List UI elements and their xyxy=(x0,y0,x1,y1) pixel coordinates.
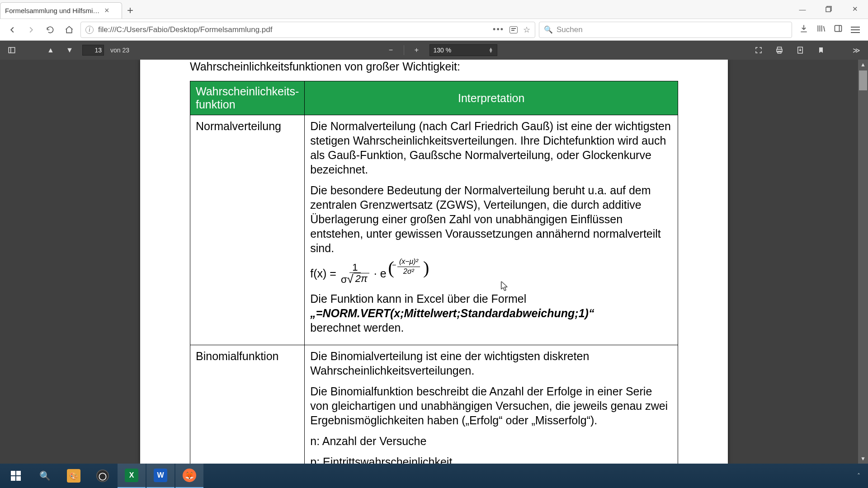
sidebar-icon[interactable] xyxy=(834,24,843,35)
paragraph: Die besondere Bedeutung der Normalvertei… xyxy=(310,183,672,255)
close-tab-icon[interactable]: × xyxy=(104,6,109,15)
new-tab-button[interactable]: + xyxy=(122,2,138,19)
back-button[interactable] xyxy=(5,22,20,38)
chevron-updown-icon: ▲▼ xyxy=(489,47,493,53)
svg-rect-2 xyxy=(835,25,842,31)
table-row: Normalverteilung Die Normalverteilung (n… xyxy=(190,115,678,345)
taskbar-app-paint[interactable]: 🎨 xyxy=(60,464,88,488)
cell-interp-normal: Die Normalverteilung (nach Carl Friedric… xyxy=(305,115,678,345)
url-text: file:///C:/Users/Fabio/Desktop/Formelsam… xyxy=(98,25,488,34)
download-icon[interactable] xyxy=(794,44,807,56)
bookmark-star-icon[interactable]: ☆ xyxy=(523,25,530,35)
formula-normal-pdf: f(x) = 1σ√2π · e ( −(x−μ)²2σ² ) xyxy=(310,262,672,285)
page-count-label: von 23 xyxy=(110,47,129,54)
window-minimize-button[interactable]: ― xyxy=(789,0,816,19)
th-function: Wahrscheinlichkeits-funktion xyxy=(190,81,305,115)
fullscreen-icon[interactable] xyxy=(752,44,765,56)
browser-tab[interactable]: Formelsammlung und Hilfsmittel St × xyxy=(0,2,122,19)
pdf-viewport[interactable]: Im Rahmen der stetigen und diskreten sin… xyxy=(0,60,868,464)
search-bar[interactable]: 🔍 Suchen xyxy=(539,22,792,38)
downloads-icon[interactable] xyxy=(799,24,808,35)
th-interpretation: Interpretation xyxy=(305,81,678,115)
page-number-input[interactable] xyxy=(82,45,104,56)
scroll-down-icon[interactable]: ▼ xyxy=(858,454,868,464)
print-icon[interactable] xyxy=(773,44,786,56)
intro-line-2: Wahrscheinlichkeitsfunktionen von großer… xyxy=(190,60,678,74)
taskbar-app-firefox[interactable]: 🦊 xyxy=(175,464,203,488)
cell-interp-binom: Die Binomialverteilung ist eine der wich… xyxy=(305,345,678,464)
browser-navbar: i file:///C:/Users/Fabio/Desktop/Formels… xyxy=(0,19,868,41)
taskbar-app-obs[interactable]: ◯ xyxy=(89,464,117,488)
paragraph: Die Binomialfunktion beschreibt die Anza… xyxy=(310,384,672,427)
page-actions-icon[interactable]: ••• xyxy=(493,25,504,34)
page-up-button[interactable]: ▲ xyxy=(44,44,57,56)
browser-tabstrip: Formelsammlung und Hilfsmittel St × + ― … xyxy=(0,0,868,19)
zoom-value: 130 % xyxy=(434,47,452,54)
toolbar-right xyxy=(796,24,863,35)
taskbar-app-word[interactable]: W xyxy=(146,464,175,488)
svg-rect-3 xyxy=(9,47,15,53)
zoom-in-button[interactable]: + xyxy=(410,44,423,56)
distribution-table: Wahrscheinlichkeits-funktion Interpretat… xyxy=(190,81,678,464)
window-close-button[interactable]: ✕ xyxy=(842,0,868,19)
paragraph: Die Normalverteilung (nach Carl Friedric… xyxy=(310,119,672,177)
svg-rect-1 xyxy=(826,7,830,12)
forward-button[interactable] xyxy=(24,22,39,38)
taskbar-app-excel[interactable]: X xyxy=(118,464,146,488)
url-actions: ••• ☆ xyxy=(493,25,530,35)
cell-name-binom: Binomialfunktion xyxy=(190,345,305,464)
zoom-out-button[interactable]: − xyxy=(385,44,397,56)
window-restore-button[interactable] xyxy=(816,0,842,19)
cell-name-normal: Normalverteilung xyxy=(190,115,305,345)
window-controls: ― ✕ xyxy=(789,0,868,19)
sidebar-toggle-icon[interactable] xyxy=(5,44,18,56)
zoom-select[interactable]: 130 % ▲▼ xyxy=(429,44,497,56)
paragraph: Die Binomialverteilung ist eine der wich… xyxy=(310,349,672,378)
site-info-icon[interactable]: i xyxy=(85,26,94,34)
bookmark-icon[interactable] xyxy=(815,44,827,56)
reload-button[interactable] xyxy=(42,22,58,38)
table-row: Binomialfunktion Die Binomialverteilung … xyxy=(190,345,678,464)
taskbar-search-button[interactable]: 🔍 xyxy=(31,464,59,488)
home-button[interactable] xyxy=(61,22,77,38)
page-down-button[interactable]: ▼ xyxy=(63,44,76,56)
taskbar-tray-overflow[interactable]: ˄ xyxy=(851,472,866,479)
pdf-scrollbar[interactable]: ▲ ▼ xyxy=(858,60,868,464)
reader-mode-icon[interactable] xyxy=(509,26,518,33)
tab-title: Formelsammlung und Hilfsmittel St xyxy=(5,7,100,14)
tools-icon[interactable]: ≫ xyxy=(850,44,863,56)
start-button[interactable] xyxy=(2,464,30,488)
paragraph: p: Eintrittswahrscheinlichkeit xyxy=(310,455,672,464)
scroll-thumb[interactable] xyxy=(859,70,867,90)
paragraph: n: Anzahl der Versuche xyxy=(310,434,672,448)
url-bar[interactable]: i file:///C:/Users/Fabio/Desktop/Formels… xyxy=(80,22,535,38)
app-menu-icon[interactable] xyxy=(851,27,860,33)
search-placeholder: Suchen xyxy=(557,25,583,34)
library-icon[interactable] xyxy=(816,24,826,35)
scroll-up-icon[interactable]: ▲ xyxy=(858,60,868,70)
pdf-toolbar: ▲ ▼ von 23 − + 130 % ▲▼ ≫ xyxy=(0,41,868,60)
pdf-page: Im Rahmen der stetigen und diskreten sin… xyxy=(140,60,728,464)
paragraph: Die Funktion kann in Excel über die Form… xyxy=(310,291,672,335)
windows-taskbar: 🔍 🎨 ◯ X W 🦊 ˄ xyxy=(0,464,868,488)
search-icon: 🔍 xyxy=(544,25,553,34)
